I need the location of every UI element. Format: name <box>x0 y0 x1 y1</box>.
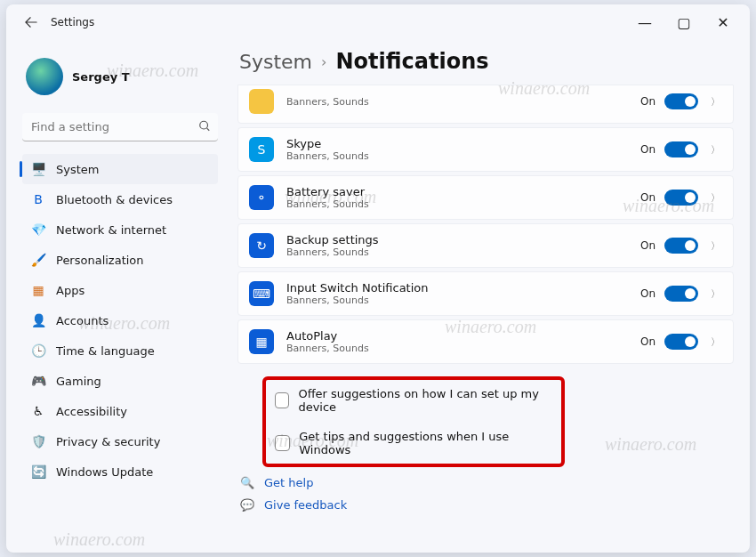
minimize-button[interactable]: — <box>625 9 664 36</box>
sidebar-item-privacy-security[interactable]: 🛡️Privacy & security <box>22 426 218 456</box>
titlebar: Settings — ▢ ✕ <box>6 4 750 40</box>
toggle-switch[interactable] <box>664 93 698 109</box>
nav-icon: 👤 <box>31 313 45 327</box>
nav-icon: 🔄 <box>31 464 45 479</box>
app-subtitle: Banners, Sounds <box>286 246 379 258</box>
app-title: Backup settings <box>286 233 379 246</box>
chevron-right-icon: 〉 <box>711 95 720 109</box>
sidebar-item-label: Network & internet <box>56 223 166 237</box>
toggle-state: On <box>640 287 655 300</box>
sidebar-item-label: Time & language <box>56 344 155 358</box>
notification-app-row[interactable]: Banners, SoundsOn〉 <box>237 85 734 124</box>
app-title: Input Switch Notification <box>286 281 429 295</box>
notification-app-row[interactable]: SSkypeBanners, SoundsOn〉 <box>237 127 734 172</box>
search-input[interactable] <box>22 113 218 141</box>
toggle-state: On <box>640 335 655 348</box>
settings-window: Settings — ▢ ✕ Sergey T 🖥️SystemBBluetoo… <box>6 4 750 553</box>
app-subtitle: Banners, Sounds <box>286 295 429 306</box>
toggle-switch[interactable] <box>664 334 698 350</box>
svg-point-0 <box>200 121 208 129</box>
minimize-icon: — <box>638 14 652 31</box>
sidebar-item-gaming[interactable]: 🎮Gaming <box>22 366 218 396</box>
toggle-state: On <box>640 239 655 252</box>
nav-icon: 🖥️ <box>31 162 45 176</box>
toggle-switch[interactable] <box>664 190 698 206</box>
breadcrumb-parent[interactable]: System <box>239 51 312 73</box>
toggle-switch[interactable] <box>664 238 698 254</box>
sidebar-item-accessibility[interactable]: ♿Accessibility <box>22 396 218 426</box>
app-subtitle: Banners, Sounds <box>286 198 369 210</box>
check-offer-suggestions-row: Offer suggestions on how I can set up my… <box>275 387 552 414</box>
back-button[interactable] <box>19 10 44 35</box>
check-offer-suggestions-label: Offer suggestions on how I can set up my… <box>298 387 552 414</box>
close-icon: ✕ <box>717 14 728 31</box>
sidebar-item-label: Personalization <box>56 254 144 267</box>
toggle-state: On <box>640 191 655 204</box>
app-icon: ↻ <box>249 233 274 258</box>
notification-app-row[interactable]: ⚬Battery saverBanners, SoundsOn〉 <box>237 175 734 220</box>
nav-icon: 🖌️ <box>31 253 45 267</box>
nav-icon: ▦ <box>31 283 45 297</box>
nav-icon: 🕒 <box>31 343 45 358</box>
sidebar-item-apps[interactable]: ▦Apps <box>22 275 218 305</box>
window-title: Settings <box>51 16 94 28</box>
account-block[interactable]: Sergey T <box>22 49 218 108</box>
app-icon: S <box>249 137 274 162</box>
help-icon: 🔍 <box>239 476 255 489</box>
sidebar: Sergey T 🖥️SystemBBluetooth & devices💎Ne… <box>6 40 229 553</box>
nav-icon: B <box>31 192 45 206</box>
sidebar-item-bluetooth-devices[interactable]: BBluetooth & devices <box>22 184 218 214</box>
nav-icon: ♿ <box>31 404 45 418</box>
app-title: Skype <box>286 137 369 150</box>
sidebar-item-windows-update[interactable]: 🔄Windows Update <box>22 456 218 487</box>
nav-list: 🖥️SystemBBluetooth & devices💎Network & i… <box>22 154 218 487</box>
maximize-icon: ▢ <box>677 14 690 31</box>
check-tips-label: Get tips and suggestions when I use Wind… <box>299 430 552 456</box>
highlight-box: Offer suggestions on how I can set up my… <box>262 376 565 467</box>
chevron-right-icon: 〉 <box>711 191 720 205</box>
sidebar-item-accounts[interactable]: 👤Accounts <box>22 305 218 335</box>
notification-app-row[interactable]: ↻Backup settingsBanners, SoundsOn〉 <box>237 223 734 268</box>
notification-app-row[interactable]: ⌨Input Switch NotificationBanners, Sound… <box>237 271 734 316</box>
sidebar-item-time-language[interactable]: 🕒Time & language <box>22 335 218 366</box>
toggle-switch[interactable] <box>664 286 698 302</box>
feedback-row: 💬 Give feedback <box>239 498 734 512</box>
nav-icon: 💎 <box>31 222 45 237</box>
nav-icon: 🛡️ <box>31 434 45 448</box>
sidebar-item-personalization[interactable]: 🖌️Personalization <box>22 245 218 275</box>
sidebar-item-label: Bluetooth & devices <box>56 193 173 206</box>
chevron-right-icon: 〉 <box>711 335 720 349</box>
breadcrumb: System › Notifications <box>237 47 734 85</box>
check-offer-suggestions[interactable] <box>275 392 289 408</box>
maximize-button[interactable]: ▢ <box>664 9 704 36</box>
get-help-row: 🔍 Get help <box>239 476 734 489</box>
notification-app-row[interactable]: ▦AutoPlayBanners, SoundsOn〉 <box>237 319 734 364</box>
get-help-link[interactable]: Get help <box>264 476 313 489</box>
sidebar-item-label: Gaming <box>56 375 101 388</box>
page-title: Notifications <box>335 49 488 74</box>
back-arrow-icon <box>25 16 37 28</box>
search-icon <box>198 119 211 136</box>
sidebar-item-network-internet[interactable]: 💎Network & internet <box>22 214 218 245</box>
chevron-right-icon: 〉 <box>711 239 720 253</box>
sidebar-item-label: System <box>56 163 99 176</box>
chevron-right-icon: 〉 <box>711 287 720 301</box>
give-feedback-link[interactable]: Give feedback <box>264 498 347 512</box>
toggle-switch[interactable] <box>664 141 698 157</box>
app-title: Battery saver <box>286 185 369 198</box>
check-tips-row: Get tips and suggestions when I use Wind… <box>275 430 552 456</box>
app-subtitle: Banners, Sounds <box>286 150 369 162</box>
feedback-icon: 💬 <box>239 498 255 512</box>
close-button[interactable]: ✕ <box>704 9 743 36</box>
sidebar-item-system[interactable]: 🖥️System <box>22 154 218 184</box>
sidebar-item-label: Apps <box>56 284 84 297</box>
chevron-right-icon: › <box>321 53 326 70</box>
sidebar-item-label: Accessibility <box>56 405 127 418</box>
chevron-right-icon: 〉 <box>711 143 720 157</box>
avatar <box>26 58 63 95</box>
nav-icon: 🎮 <box>31 374 45 388</box>
check-tips[interactable] <box>275 435 290 451</box>
sidebar-item-label: Windows Update <box>56 465 153 479</box>
app-icon: ▦ <box>249 329 274 354</box>
search-field <box>22 113 218 141</box>
